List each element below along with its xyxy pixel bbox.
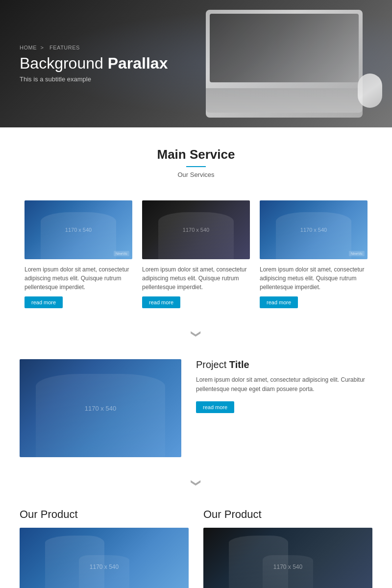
chevron-separator-2: ❯ [0,472,392,498]
service-text-2: Lorem ipsum dolor sit amet, consectetur … [142,265,250,292]
project-image: 1170 x 540 [20,359,181,457]
product-image-2: 1170 x 540 [203,528,372,588]
service-read-more-3[interactable]: read more [260,296,298,308]
services-section: Main Service Our Services [0,127,392,200]
section-divider [186,166,206,167]
project-title-bold: Title [229,359,249,370]
project-building-shape [36,374,165,457]
chevron-down-icon-1: ❯ [190,330,202,338]
product-heading-1: Our Product [20,508,189,521]
service-read-more-1[interactable]: read more [24,296,63,308]
project-title: Project Title [196,359,372,370]
main-content: Main Service Our Services 1170 x 540 Nin… [0,127,392,588]
product-building2-1 [79,555,130,588]
product-col-1: Our Product 1170 x 540 NineVic Sutesthdo… [20,508,189,588]
products-row: Our Product 1170 x 540 NineVic Sutesthdo… [20,508,372,588]
breadcrumb: HOME > FEATURES [20,45,372,50]
project-title-plain: Project [196,359,229,370]
section-title: Main Service [20,147,372,162]
project-read-more[interactable]: read more [196,401,234,413]
hero-title: Background Parallax [20,54,372,73]
service-image-3: 1170 x 540 NineVic [260,200,368,259]
watermark-3: NineVic [349,251,365,256]
product-col-2: Our Product 1170 x 540 Header paragraph … [203,508,372,588]
project-text: Lorem ipsum dolor sit amet, consectetur … [196,375,372,394]
product-building2-2 [263,555,314,588]
product-heading-2: Our Product [203,508,372,521]
product-image-1: 1170 x 540 NineVic Sutesthdolgt_portatse… [20,528,189,588]
service-card-2: 1170 x 540 Lorem ipsum dolor sit amet, c… [142,200,250,308]
service-text-3: Lorem ipsum dolor sit amet, consectetur … [260,265,368,292]
service-image-label-1: 1170 x 540 [65,227,92,233]
hero-content: HOME > FEATURES Background Parallax This… [20,45,372,83]
service-image-1: 1170 x 540 NineVic [24,200,132,259]
service-image-label-2: 1170 x 540 [183,227,209,233]
building-shape-3 [276,212,351,259]
service-image-2: 1170 x 540 [142,200,250,259]
service-card-3: 1170 x 540 NineVic Lorem ipsum dolor sit… [260,200,368,308]
project-content: Project Title Lorem ipsum dolor sit amet… [196,359,372,413]
breadcrumb-home[interactable]: HOME [20,45,37,50]
hero-subtitle: This is a subtitle example [20,75,372,83]
chevron-down-icon-2: ❯ [190,479,202,487]
project-section: 1170 x 540 Project Title Lorem ipsum dol… [0,349,392,472]
building-shape-1 [41,212,116,259]
services-grid: 1170 x 540 NineVic Lorem ipsum dolor sit… [0,200,392,323]
chevron-separator-1: ❯ [0,323,392,349]
service-read-more-2[interactable]: read more [142,296,180,308]
products-section: Our Product 1170 x 540 NineVic Sutesthdo… [0,498,392,588]
breadcrumb-separator: > [41,45,44,50]
watermark-1: NineVic [114,251,129,256]
service-card-1: 1170 x 540 NineVic Lorem ipsum dolor sit… [24,200,132,308]
hero-title-plain: Background [20,54,108,72]
hero-section: HOME > FEATURES Background Parallax This… [0,0,392,127]
service-text-1: Lorem ipsum dolor sit amet, consectetur … [24,265,132,292]
hero-title-bold: Parallax [108,54,168,72]
service-image-label-3: 1170 x 540 [300,227,327,233]
breadcrumb-section: FEATURES [49,45,80,50]
section-subtitle: Our Services [20,171,372,178]
building-shape-2 [158,212,234,259]
